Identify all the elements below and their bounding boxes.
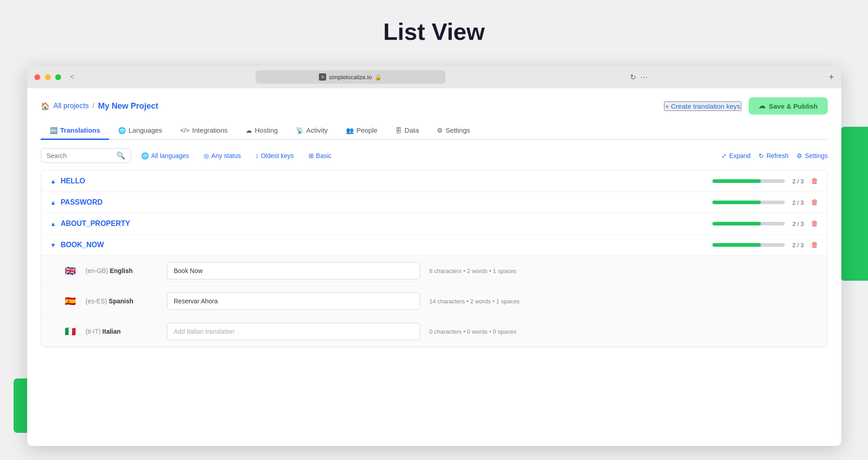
key-row-about-property[interactable]: ▲ ABOUT_PROPERTY 2 / 3 🗑 bbox=[41, 213, 827, 235]
settings-tab-label: Settings bbox=[446, 126, 470, 134]
integrations-tab-label: Integrations bbox=[192, 126, 228, 134]
all-languages-label: All languages bbox=[151, 152, 189, 159]
lock-icon: 🔒 bbox=[375, 74, 382, 81]
people-tab-icon: 👥 bbox=[346, 127, 354, 134]
key-progress-book: 2 / 3 bbox=[712, 242, 804, 249]
lang-stats-spanish: 14 characters • 2 words • 1 spaces bbox=[429, 298, 538, 305]
lang-label-italian: (it-IT) Italian bbox=[85, 328, 158, 335]
lang-name-italian: Italian bbox=[102, 328, 120, 335]
expand-icon: ⤢ bbox=[721, 152, 727, 159]
tab-people[interactable]: 👥 People bbox=[337, 122, 387, 140]
delete-key-hello[interactable]: 🗑 bbox=[811, 177, 818, 185]
all-languages-filter[interactable]: 🌐 All languages bbox=[137, 149, 194, 162]
flag-spanish: 🇪🇸 bbox=[64, 295, 76, 307]
save-publish-button[interactable]: ☁ Save & Publish bbox=[749, 97, 828, 115]
any-status-filter[interactable]: ◎ Any status bbox=[199, 149, 245, 162]
lang-name-spanish: Spanish bbox=[109, 297, 133, 305]
key-name-hello: HELLO bbox=[61, 177, 712, 185]
keys-list: ▲ HELLO 2 / 3 🗑 ▲ PASSWORD 2 bbox=[41, 170, 828, 347]
people-tab-label: People bbox=[356, 126, 378, 134]
search-icon: 🔍 bbox=[116, 151, 125, 160]
settings-label: Settings bbox=[805, 152, 828, 159]
more-options-icon[interactable]: ⋯ bbox=[640, 73, 648, 81]
key-row-book-now[interactable]: ▼ BOOK_NOW 2 / 3 🗑 bbox=[41, 235, 827, 256]
nav-tabs: 🔤 Translations 🌐 Languages </> Integrati… bbox=[41, 122, 828, 140]
chevron-up-icon-about: ▲ bbox=[50, 220, 56, 227]
tab-hosting[interactable]: ☁ Hosting bbox=[237, 122, 287, 140]
lang-input-italian[interactable] bbox=[167, 323, 420, 340]
traffic-light-yellow[interactable] bbox=[45, 74, 51, 80]
languages-tab-icon: 🌐 bbox=[118, 127, 126, 134]
key-row-hello[interactable]: ▲ HELLO 2 / 3 🗑 bbox=[41, 171, 827, 192]
flag-italian: 🇮🇹 bbox=[64, 325, 76, 338]
refresh-browser-icon[interactable]: ↻ bbox=[630, 73, 636, 81]
lang-row-italian: 🇮🇹 (it-IT) Italian 0 characters • 0 word… bbox=[41, 316, 827, 346]
delete-key-about[interactable]: 🗑 bbox=[811, 220, 818, 228]
progress-bar-fill-book bbox=[712, 243, 761, 247]
expand-label: Expand bbox=[729, 152, 750, 159]
breadcrumb-separator: / bbox=[92, 102, 94, 110]
site-icon: S bbox=[319, 73, 326, 81]
oldest-keys-sort[interactable]: ↕ Oldest keys bbox=[251, 149, 298, 162]
key-progress-password: 2 / 3 bbox=[712, 199, 804, 206]
key-name-password: PASSWORD bbox=[61, 198, 712, 206]
activity-tab-icon: 📡 bbox=[296, 127, 304, 134]
browser-back-button[interactable]: < bbox=[70, 73, 74, 81]
search-box[interactable]: 🔍 bbox=[41, 148, 131, 163]
traffic-light-green[interactable] bbox=[55, 74, 61, 80]
settings-tab-icon: ⚙ bbox=[437, 127, 443, 134]
lang-input-english[interactable] bbox=[167, 262, 420, 279]
top-bar: 🏠 All projects / My New Project + Create… bbox=[41, 97, 828, 115]
chevron-up-icon: ▲ bbox=[50, 178, 56, 185]
key-row-password[interactable]: ▲ PASSWORD 2 / 3 🗑 bbox=[41, 192, 827, 213]
new-tab-button[interactable]: + bbox=[829, 72, 834, 82]
lang-input-spanish[interactable] bbox=[167, 292, 420, 310]
any-status-label: Any status bbox=[211, 152, 241, 159]
toolbar: 🔍 🌐 All languages ◎ Any status ↕ Oldest … bbox=[41, 148, 828, 163]
hosting-tab-icon: ☁ bbox=[246, 127, 252, 134]
chevron-up-icon-password: ▲ bbox=[50, 199, 56, 206]
translations-tab-label: Translations bbox=[60, 126, 100, 134]
tab-activity[interactable]: 📡 Activity bbox=[287, 122, 337, 140]
tab-data[interactable]: 🗄 Data bbox=[386, 122, 428, 140]
lang-row-spanish: 🇪🇸 (es-ES) Spanish 14 characters • 2 wor… bbox=[41, 286, 827, 316]
delete-key-book[interactable]: 🗑 bbox=[811, 241, 818, 249]
traffic-light-red[interactable] bbox=[34, 74, 40, 80]
status-icon: ◎ bbox=[204, 152, 209, 159]
tab-integrations[interactable]: </> Integrations bbox=[171, 122, 237, 140]
tab-translations[interactable]: 🔤 Translations bbox=[41, 122, 109, 140]
languages-tab-label: Languages bbox=[128, 126, 162, 134]
basic-view-filter[interactable]: ⊞ Basic bbox=[304, 149, 336, 162]
lang-label-english: (en-GB) English bbox=[85, 267, 158, 274]
refresh-label: Refresh bbox=[766, 152, 788, 159]
browser-controls: ↻ ⋯ bbox=[630, 73, 648, 81]
lang-label-spanish: (es-ES) Spanish bbox=[85, 297, 158, 305]
browser-chrome: < S simplelocalize.io 🔒 ↻ ⋯ + bbox=[27, 66, 841, 88]
oldest-keys-label: Oldest keys bbox=[261, 152, 294, 159]
tab-settings[interactable]: ⚙ Settings bbox=[428, 122, 479, 140]
address-bar[interactable]: S simplelocalize.io 🔒 bbox=[256, 70, 446, 84]
chevron-down-icon-book: ▼ bbox=[50, 242, 56, 249]
expand-button[interactable]: ⤢ Expand bbox=[721, 152, 750, 159]
toolbar-right: ⤢ Expand ↻ Refresh ⚙ Settings bbox=[721, 152, 828, 159]
data-tab-icon: 🗄 bbox=[395, 127, 402, 134]
create-translation-keys-button[interactable]: + Create translation keys bbox=[664, 101, 741, 111]
search-input[interactable] bbox=[47, 152, 113, 159]
key-progress-hello: 2 / 3 bbox=[712, 178, 804, 185]
key-name-book-now: BOOK_NOW bbox=[61, 241, 712, 249]
flag-english: 🇬🇧 bbox=[64, 264, 76, 277]
progress-bar-bg-password bbox=[712, 201, 785, 204]
page-title: List View bbox=[0, 0, 868, 59]
tab-languages[interactable]: 🌐 Languages bbox=[109, 122, 171, 140]
sort-icon: ↕ bbox=[255, 152, 258, 159]
delete-key-password[interactable]: 🗑 bbox=[811, 198, 818, 206]
breadcrumb-all-projects[interactable]: All projects bbox=[53, 102, 89, 110]
key-count-hello: 2 / 3 bbox=[790, 178, 804, 185]
progress-bar-bg bbox=[712, 179, 785, 183]
refresh-button[interactable]: ↻ Refresh bbox=[759, 152, 788, 159]
progress-bar-fill-password bbox=[712, 201, 761, 204]
settings-button[interactable]: ⚙ Settings bbox=[797, 152, 828, 159]
green-accent-right bbox=[841, 127, 868, 281]
lang-stats-english: 8 characters • 2 words • 1 spaces bbox=[429, 268, 538, 274]
key-progress-about: 2 / 3 bbox=[712, 220, 804, 227]
